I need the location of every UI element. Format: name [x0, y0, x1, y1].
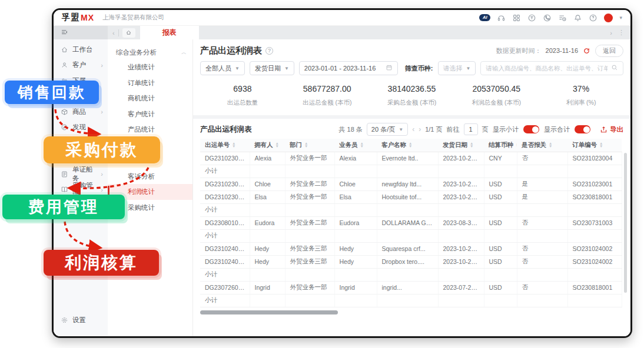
- home-tab-button[interactable]: [122, 28, 135, 38]
- submenu-group-header[interactable]: 综合业务分析 ︿: [108, 45, 192, 59]
- column-header-业务员[interactable]: 业务员▲▼: [334, 139, 377, 152]
- sidebar-item-商品[interactable]: 商品›: [54, 104, 108, 120]
- ai-assistant-icon[interactable]: AI: [479, 14, 491, 21]
- table-cell: [567, 229, 622, 242]
- sort-icon[interactable]: ▲▼: [549, 142, 552, 148]
- apps-grid-icon[interactable]: [512, 14, 521, 22]
- table-cell: 外贸业务一部: [285, 281, 334, 294]
- tab-more-icon[interactable]: ⋮: [618, 29, 625, 36]
- phone-icon[interactable]: [543, 14, 552, 22]
- table-cell: Hedy: [334, 242, 377, 255]
- submenu-item-商机统计[interactable]: 商机统计: [108, 91, 192, 106]
- currency-select[interactable]: 请选择▼: [438, 61, 476, 75]
- prev-page-icon[interactable]: ‹: [412, 125, 414, 133]
- tab-back-icon[interactable]: ‹: [112, 29, 115, 36]
- sidebar-item-工作台[interactable]: 工作台: [54, 42, 108, 58]
- table-cell: [285, 165, 334, 178]
- horizontal-scrollbar[interactable]: [200, 310, 338, 314]
- column-header-订单编号[interactable]: 订单编号▲▼: [567, 139, 622, 152]
- column-header-客户名称[interactable]: 客户名称▲▼: [377, 139, 438, 152]
- goods-icon: [61, 108, 68, 116]
- column-header-拥有人[interactable]: 拥有人▲▼: [250, 139, 285, 152]
- column-header-出运单号[interactable]: 出运单号▲▼: [200, 139, 250, 152]
- refresh-icon[interactable]: [582, 46, 591, 55]
- stat-value: 38140236.55: [370, 84, 454, 93]
- submenu-item-业绩统计[interactable]: 业绩统计: [108, 59, 192, 75]
- sort-icon[interactable]: ▲▼: [275, 142, 279, 148]
- table-cell: DG230726003: [200, 281, 250, 294]
- flow-label-purchase-payment: 采购付款: [44, 136, 160, 163]
- owner-filter-select[interactable]: 全部人员▼: [200, 61, 245, 75]
- sort-icon[interactable]: ▲▼: [232, 142, 235, 148]
- export-button[interactable]: 导出: [600, 125, 623, 134]
- sort-icon[interactable]: ▲▼: [409, 142, 412, 148]
- column-header-发货日期[interactable]: 发货日期▲▼: [438, 139, 484, 152]
- tab-reports[interactable]: 报表: [140, 26, 199, 39]
- table-cell: [377, 203, 438, 216]
- date-range-input[interactable]: 2023-01-01 - 2023-11-16: [299, 61, 398, 75]
- table-cell: 外贸业务一部: [285, 190, 334, 203]
- back-button[interactable]: 返回: [595, 45, 623, 57]
- sort-icon[interactable]: ▲▼: [470, 142, 473, 148]
- goto-suffix: 页: [482, 125, 489, 134]
- tab-forward-icon[interactable]: ›: [610, 29, 612, 36]
- column-header-部门[interactable]: 部门▲▼: [285, 139, 334, 152]
- chevron-down-icon[interactable]: ▾: [619, 15, 622, 21]
- summary-stat: 37%利润率 (%): [539, 84, 623, 107]
- headset-icon[interactable]: [497, 14, 506, 22]
- chevron-down-icon: ▼: [284, 66, 289, 71]
- show-total-label: 显示合计: [544, 125, 570, 134]
- search-box: [480, 61, 623, 75]
- table-cell: 2023-08-30T09:38:...: [438, 216, 484, 229]
- table-cell: Squarespa crf...: [377, 242, 438, 255]
- submenu-item-订单统计[interactable]: 订单统计: [108, 75, 192, 91]
- search-icon[interactable]: [611, 63, 618, 73]
- show-total-toggle[interactable]: [575, 125, 590, 133]
- vertical-scrollbar[interactable]: [624, 153, 627, 293]
- table-cell: DG230801003: [200, 216, 250, 229]
- sidebar-item-单证船务[interactable]: 单证船务›: [54, 166, 108, 182]
- table-toolbar-right: 显示小计 显示合计 导出: [493, 125, 623, 134]
- table-cell: Chloe: [334, 178, 377, 190]
- avatar[interactable]: [604, 14, 613, 22]
- show-subtotal-toggle[interactable]: [523, 125, 539, 133]
- column-header-结算币种[interactable]: 结算币种▲▼: [484, 139, 517, 152]
- summary-stat: 58677287.00出运总金额 (本币): [285, 84, 370, 107]
- calendar-icon: [386, 64, 393, 72]
- sidebar-item-发现[interactable]: 发现: [54, 120, 108, 136]
- submenu-item-产品统计[interactable]: 产品统计: [108, 122, 192, 138]
- customer-icon: [61, 61, 68, 69]
- sort-icon[interactable]: ▲▼: [599, 142, 603, 148]
- goto-page-input[interactable]: [464, 123, 478, 135]
- page-size-select[interactable]: 20 条/页▼: [367, 123, 408, 136]
- main-content: 产品出运利润表 ? 数据更新时间： 2023-11-16 返回 全部人员▼ 发货…: [193, 39, 630, 336]
- help-circle-icon[interactable]: ?: [265, 47, 273, 55]
- search-input[interactable]: [486, 65, 608, 72]
- topbar-icon-group: AI ▾: [479, 14, 622, 22]
- sort-icon[interactable]: ▲▼: [304, 142, 308, 148]
- sidebar-item-客户[interactable]: 客户›: [54, 58, 108, 73]
- table-cell: [250, 229, 285, 242]
- sidebar-collapse-button[interactable]: [54, 26, 108, 39]
- submenu-item-客诉分析[interactable]: 客诉分析: [108, 169, 192, 185]
- subtotal-row: 小计: [200, 203, 622, 216]
- date-type-select[interactable]: 发货日期▼: [250, 61, 294, 75]
- task-list-icon[interactable]: [558, 14, 567, 22]
- sort-icon[interactable]: ▲▼: [360, 142, 364, 148]
- help-icon[interactable]: [589, 14, 597, 22]
- table-cell: DOLLARAMA GRO...: [377, 216, 438, 229]
- stat-label: 出运总数量: [200, 99, 285, 107]
- summary-stat: 20537050.45利润总金额 (本币): [454, 84, 539, 107]
- table-cell: Hedy: [250, 255, 285, 268]
- subtotal-row: 小计: [200, 165, 622, 178]
- next-page-icon[interactable]: ›: [419, 125, 421, 133]
- column-header-是否报关[interactable]: 是否报关▲▼: [517, 139, 567, 152]
- flow-label-expense-management: 费用管理: [2, 195, 125, 219]
- table-row: DG231023004Alexia外贸业务一部AlexiaEvernote lt…: [200, 152, 622, 165]
- translate-icon[interactable]: [527, 14, 536, 22]
- notification-bell-icon[interactable]: [573, 14, 582, 22]
- table-cell: [377, 229, 438, 242]
- sidebar-item-settings[interactable]: 设置: [54, 313, 108, 329]
- submenu-item-客户统计[interactable]: 客户统计: [108, 106, 192, 122]
- sort-icon[interactable]: ▲▼: [516, 142, 517, 148]
